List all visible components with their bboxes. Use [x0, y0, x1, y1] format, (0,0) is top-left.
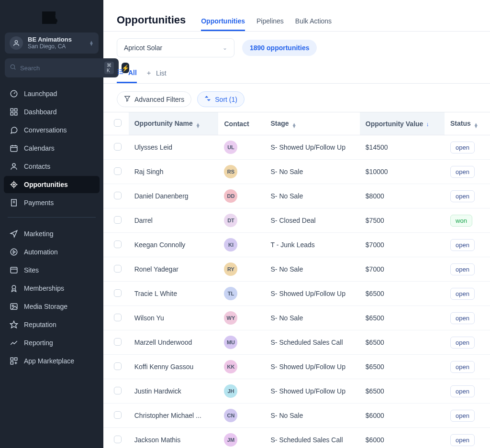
tab-opportunities[interactable]: Opportunities [201, 12, 245, 31]
table-row[interactable]: Keegan ConnollyKIT - Junk Leads$7000open [103, 233, 490, 257]
cell-contact: CN [218, 404, 265, 428]
cell-stage: S- No Sale [265, 184, 360, 208]
sidebar-item-dashboard[interactable]: Dashboard [4, 103, 100, 120]
cell-name: Keegan Connolly [129, 233, 219, 257]
cell-status: open [445, 184, 490, 208]
status-badge: open [450, 288, 475, 300]
sidebar-item-conversations[interactable]: Conversations [4, 121, 100, 139]
sidebar-item-contacts[interactable]: Contacts [4, 158, 100, 175]
sidebar-item-marketing[interactable]: Marketing [4, 225, 100, 242]
sidebar-item-app-marketplace[interactable]: App Marketplace [4, 352, 100, 370]
sidebar-item-media-storage[interactable]: Media Storage [4, 298, 100, 315]
search-input-container[interactable]: ⌘ K [5, 58, 119, 77]
sidebar-item-opportunities[interactable]: Opportunities [4, 176, 100, 193]
col-contact[interactable]: Contact [218, 112, 265, 135]
table-row[interactable]: Jackson MathisJMS- Scheduled Sales Call$… [103, 428, 490, 448]
svg-rect-3 [42, 21, 56, 24]
view-tab-all[interactable]: All [117, 63, 137, 83]
sidebar-item-automation[interactable]: Automation [4, 243, 100, 261]
cell-name: Ulysses Leid [129, 135, 219, 160]
opportunities-table: Opportunity Name▲▼ Contact Stage▲▼ Oppor… [103, 112, 490, 448]
sidebar-item-reporting[interactable]: Reporting [4, 334, 100, 351]
tab-pipelines[interactable]: Pipelines [256, 12, 284, 30]
cell-value: $6500 [360, 282, 445, 306]
cell-stage: S- Scheduled Sales Call [265, 428, 360, 448]
cell-name: Darrel [129, 208, 219, 233]
sidebar-item-sites[interactable]: Sites [4, 262, 100, 279]
nav-divider [8, 217, 96, 218]
avatar: RY [224, 262, 237, 276]
status-badge: open [450, 190, 475, 202]
row-checkbox[interactable] [114, 167, 122, 175]
avatar: KK [224, 360, 237, 373]
avatar: CN [224, 409, 237, 422]
filters-row: Apricot Solar ⌄ 1890 opportunities [103, 32, 490, 57]
row-checkbox[interactable] [114, 143, 122, 151]
sidebar-item-payments[interactable]: Payments [4, 194, 100, 211]
cell-status: won [445, 208, 490, 233]
cell-stage: S- Showed Up/Follow Up [265, 135, 360, 160]
svg-point-4 [15, 41, 17, 43]
select-all-checkbox[interactable] [114, 119, 122, 127]
sort-down-icon: ↓ [426, 121, 429, 128]
table-row[interactable]: Raj SinghRSS- No Sale$10000open [103, 160, 490, 184]
cell-value: $7000 [360, 257, 445, 282]
row-checkbox[interactable] [114, 338, 122, 346]
row-checkbox[interactable] [114, 314, 122, 321]
main: Opportunities Opportunities Pipelines Bu… [103, 0, 490, 448]
account-location: San Diego, CA [28, 44, 72, 50]
chat-icon [10, 126, 18, 134]
cell-value: $6000 [360, 428, 445, 448]
svg-point-5 [11, 65, 14, 68]
svg-line-6 [14, 68, 16, 70]
avatar: TL [224, 287, 237, 300]
row-checkbox[interactable] [114, 216, 122, 224]
search-input[interactable] [20, 65, 100, 72]
sidebar-item-memberships[interactable]: Memberships [4, 280, 100, 297]
sort-button[interactable]: Sort (1) [197, 91, 245, 107]
advanced-filters-button[interactable]: Advanced Filters [117, 91, 191, 107]
row-checkbox[interactable] [114, 411, 122, 419]
status-badge: open [450, 142, 475, 153]
tab-bulk-actions[interactable]: Bulk Actions [295, 12, 332, 30]
col-status[interactable]: Status▲▼ [445, 112, 490, 135]
table-row[interactable]: Justin HardwickJHS- Showed Up/Follow Up$… [103, 379, 490, 404]
sidebar-item-label: Automation [24, 248, 58, 256]
row-checkbox[interactable] [114, 387, 122, 394]
col-value[interactable]: Opportunity Value↓ [360, 112, 445, 135]
cell-stage: T - Junk Leads [265, 233, 360, 257]
row-checkbox[interactable] [114, 289, 122, 297]
sidebar-item-label: Reputation [24, 321, 56, 328]
page-title: Opportunities [117, 14, 186, 26]
table-row[interactable]: Marzell UnderwoodMUS- Scheduled Sales Ca… [103, 330, 490, 355]
cell-status: open [445, 379, 490, 404]
row-checkbox[interactable] [114, 436, 122, 443]
nav-primary: Launchpad Dashboard Conversations Calend… [4, 85, 100, 211]
chevron-down-icon: ⌄ [223, 44, 227, 51]
table-row[interactable]: Tracie L WhiteTLS- Showed Up/Follow Up$6… [103, 282, 490, 306]
cell-status: open [445, 306, 490, 330]
row-checkbox[interactable] [114, 240, 122, 248]
svg-rect-2 [42, 16, 56, 19]
table-row[interactable]: DarrelDTS- Closed Deal$7500won [103, 208, 490, 233]
table-row[interactable]: Koffi Kenny GassouKKS- Showed Up/Follow … [103, 355, 490, 379]
col-name[interactable]: Opportunity Name▲▼ [129, 112, 219, 135]
row-checkbox[interactable] [114, 192, 122, 199]
account-switcher[interactable]: BE Animations San Diego, CA ▲▼ [5, 33, 99, 54]
sidebar-item-calendars[interactable]: Calendars [4, 140, 100, 157]
pipeline-select[interactable]: Apricot Solar ⌄ [117, 38, 234, 57]
view-tab-add-list[interactable]: ＋ List [145, 64, 167, 82]
row-checkbox[interactable] [114, 362, 122, 370]
table-row[interactable]: Ronel YadegarRYS- No Sale$7000open [103, 257, 490, 282]
table-row[interactable]: Ulysses LeidULS- Showed Up/Follow Up$145… [103, 135, 490, 160]
sidebar-item-launchpad[interactable]: Launchpad [4, 85, 100, 102]
sort-label: Sort (1) [215, 96, 237, 103]
table-row[interactable]: Wilson YuWYS- No Sale$6500open [103, 306, 490, 330]
row-checkbox[interactable] [114, 265, 122, 273]
cell-status: open [445, 330, 490, 355]
table-row[interactable]: Daniel DanenbergDDS- No Sale$8000open [103, 184, 490, 208]
table-row[interactable]: Christopher Michael ...CNS- No Sale$6000… [103, 404, 490, 428]
sidebar-item-reputation[interactable]: Reputation [4, 316, 100, 333]
col-stage[interactable]: Stage▲▼ [265, 112, 360, 135]
filter-icon [124, 95, 131, 103]
